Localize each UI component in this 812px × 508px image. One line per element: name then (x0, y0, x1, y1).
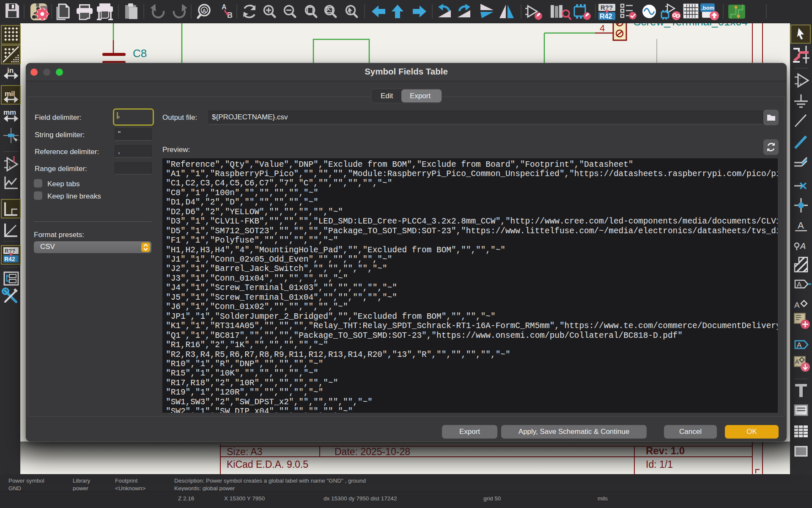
svg-text:mil: mil (5, 90, 15, 98)
svg-text:-: - (799, 75, 801, 80)
svg-text:A: A (800, 241, 806, 251)
svg-text:A: A (797, 281, 802, 289)
svg-text:.bom: .bom (701, 5, 714, 11)
svg-text:-: - (8, 160, 10, 164)
svg-text:4: 4 (600, 23, 605, 33)
svg-text:+: + (799, 81, 802, 86)
svg-text:+: + (8, 165, 11, 169)
svg-text:in: in (7, 66, 14, 75)
svg-text:B: B (227, 11, 233, 19)
svg-text:A: A (797, 341, 802, 349)
svg-text:Screw_Terminal_01x04: Screw_Terminal_01x04 (634, 23, 748, 28)
svg-text:A: A (794, 301, 800, 309)
svg-text:A: A (202, 8, 206, 14)
svg-text:C8: C8 (133, 47, 147, 60)
svg-text:A: A (795, 358, 799, 365)
svg-text:R??: R?? (5, 248, 15, 254)
svg-text:A: A (222, 3, 227, 11)
svg-text:A: A (798, 220, 804, 231)
svg-text:R42: R42 (4, 256, 15, 262)
svg-text:R??: R?? (601, 4, 613, 11)
svg-text:R42: R42 (600, 13, 612, 20)
